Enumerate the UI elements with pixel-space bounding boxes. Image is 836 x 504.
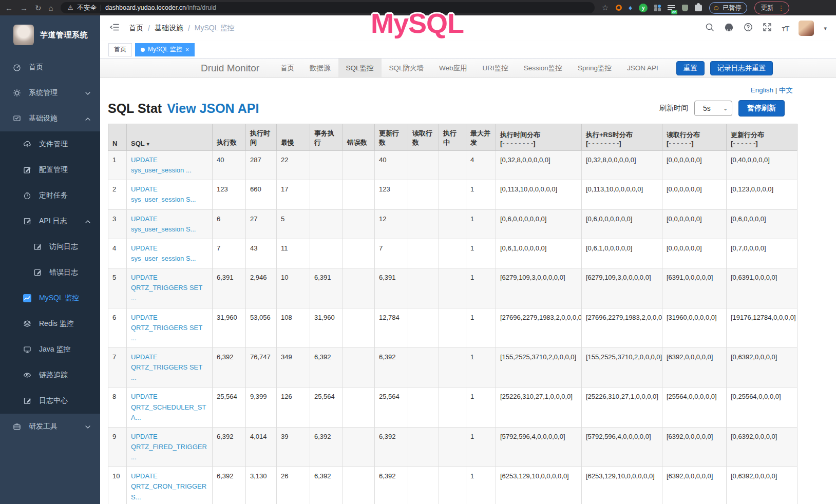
breadcrumb-home[interactable]: 首页: [129, 24, 143, 33]
col-header-running[interactable]: 执行中: [439, 124, 466, 151]
sql-link[interactable]: UPDATE sys_user_session S...: [131, 244, 196, 262]
col-header-exec-time-dist[interactable]: 执行时间分布[- - - - - - - -]: [496, 124, 582, 151]
sql-link[interactable]: UPDATE QRTZ_TRIGGERS SET ...: [131, 353, 202, 381]
close-icon[interactable]: ×: [185, 47, 189, 53]
col-header-error-count[interactable]: 错误数: [343, 124, 375, 151]
extension-gem-icon[interactable]: ♦: [629, 4, 632, 12]
sidebar-item-redis-monitor[interactable]: Redis 监控: [0, 311, 100, 337]
druid-nav-web-app[interactable]: Web应用: [431, 59, 475, 78]
col-header-max-concurrent[interactable]: 最大并发: [466, 124, 496, 151]
refresh-interval-select[interactable]: 5s ⌄: [694, 101, 732, 116]
fullscreen-icon[interactable]: [763, 23, 772, 34]
bookmark-star-icon[interactable]: ☆: [602, 3, 609, 12]
cell-update-rows-dist: [0,40,0,0,0,0]: [727, 151, 797, 180]
col-header-exec-time[interactable]: 执行时间: [246, 124, 277, 151]
refresh-controls: 刷新时间 5s ⌄ 暂停刷新: [659, 100, 785, 117]
extension-squares-icon[interactable]: [654, 5, 661, 11]
sidebar-item-error-logs[interactable]: 错误日志: [0, 260, 100, 285]
sql-link[interactable]: UPDATE QRTZ_TRIGGERS SET ...: [131, 274, 202, 302]
sql-link[interactable]: UPDATE QRTZ_TRIGGERS SET ...: [131, 314, 202, 342]
github-icon[interactable]: [724, 23, 734, 34]
extension-flask-icon[interactable]: [682, 5, 688, 11]
druid-nav-sql-firewall[interactable]: SQL防火墙: [382, 59, 432, 78]
cell-read-rows: [408, 387, 439, 427]
sidebar-item-mysql-monitor[interactable]: MySQL 监控: [0, 285, 100, 311]
view-json-api-link[interactable]: View JSON API: [167, 101, 259, 116]
extension-list-icon[interactable]: on: [668, 5, 675, 11]
cell-max-concurrent: 1: [466, 180, 496, 209]
druid-nav-json-api[interactable]: JSON API: [619, 59, 666, 78]
sidebar-item-file-management[interactable]: 文件管理: [0, 131, 100, 157]
extension-green-icon[interactable]: y: [639, 4, 648, 12]
sidebar-item-dev-tools[interactable]: 研发工具: [0, 414, 100, 439]
col-header-exec-count[interactable]: 执行数: [213, 124, 246, 151]
home-icon[interactable]: ⌂: [49, 4, 53, 12]
chart-tile-icon: [23, 294, 32, 302]
user-avatar[interactable]: [799, 21, 814, 36]
extensions-puzzle-icon[interactable]: [695, 5, 702, 11]
sidebar-item-system[interactable]: 系统管理: [0, 80, 100, 106]
cell-exec-time: 3,130: [246, 467, 277, 504]
sql-link[interactable]: UPDATE sys_user_session S...: [131, 185, 196, 203]
pause-refresh-button[interactable]: 暂停刷新: [738, 100, 785, 117]
sidebar-item-tracing[interactable]: 链路追踪: [0, 362, 100, 388]
col-header-exec-rs-dist[interactable]: 执行+RS时分布[- - - - - - - -]: [582, 124, 662, 151]
sql-link[interactable]: UPDATE QRTZ_FIRED_TRIGGER...: [131, 433, 207, 461]
hamburger-icon[interactable]: [109, 23, 120, 34]
search-icon[interactable]: [705, 23, 714, 34]
lang-english-link[interactable]: English: [751, 86, 773, 94]
col-header-read-rows-dist[interactable]: 读取行分布[- - - - - -]: [662, 124, 727, 151]
sidebar-item-label: 文件管理: [39, 140, 68, 149]
col-header-slowest[interactable]: 最慢: [277, 124, 310, 151]
sidebar-item-access-logs[interactable]: 访问日志: [0, 234, 100, 260]
chevron-down-icon[interactable]: ▾: [824, 25, 827, 32]
cell-exec-time: 76,747: [246, 347, 277, 387]
druid-nav-uri-monitor[interactable]: URI监控: [475, 59, 516, 78]
sidebar-item-java-monitor[interactable]: Java 监控: [0, 337, 100, 362]
tags-view-bar: 首页 MySQL 监控 ×: [100, 41, 836, 59]
druid-nav-sql-monitor[interactable]: SQL监控: [338, 59, 382, 78]
col-header-n[interactable]: N: [108, 124, 127, 151]
monitor-check-icon: [12, 114, 22, 123]
sql-link[interactable]: UPDATE QRTZ_CRON_TRIGGERS...: [131, 472, 206, 500]
kebab-menu-icon[interactable]: ⋮: [778, 5, 785, 11]
breadcrumb-infra[interactable]: 基础设施: [155, 24, 183, 33]
reset-button[interactable]: 重置: [676, 61, 705, 75]
browser-update-button[interactable]: 更新 ⋮: [754, 2, 789, 14]
paused-profile-chip[interactable]: ☺ 已暂停: [709, 2, 747, 14]
tag-mysql-monitor[interactable]: MySQL 监控 ×: [135, 43, 195, 56]
address-bar[interactable]: ⚠ 不安全 dashboard.yudao.iocoder.cn/infra/d…: [61, 2, 595, 13]
log-and-reset-button[interactable]: 记录日志并重置: [710, 61, 773, 75]
col-header-sql[interactable]: SQL▼: [127, 124, 213, 151]
font-size-icon[interactable]: тT: [782, 24, 789, 33]
cell-update-rows-dist: [0,123,0,0,0,0]: [727, 180, 797, 209]
sidebar-item-infra[interactable]: 基础设施: [0, 106, 100, 131]
druid-nav-spring-monitor[interactable]: Spring监控: [570, 59, 619, 78]
sidebar-item-home[interactable]: 首页: [0, 54, 100, 80]
document-edit-icon: [33, 268, 42, 277]
help-icon[interactable]: [744, 23, 753, 34]
sql-link[interactable]: UPDATE sys_user_session S...: [131, 215, 196, 233]
druid-nav-home[interactable]: 首页: [273, 59, 302, 78]
sidebar-item-scheduled-tasks[interactable]: 定时任务: [0, 183, 100, 208]
col-header-update-rows[interactable]: 更新行数: [375, 124, 408, 151]
breadcrumb-separator: /: [188, 24, 190, 32]
not-secure-label: 不安全: [77, 4, 97, 12]
reload-icon[interactable]: ↻: [35, 4, 42, 12]
sidebar-item-config-management[interactable]: 配置管理: [0, 157, 100, 183]
extension-donut-icon[interactable]: [616, 5, 622, 11]
sidebar-item-api-logs[interactable]: API 日志: [0, 208, 100, 234]
forward-icon[interactable]: →: [20, 4, 28, 12]
sidebar-item-log-center[interactable]: 日志中心: [0, 388, 100, 414]
col-header-tx-exec[interactable]: 事务执行: [310, 124, 343, 151]
sql-link[interactable]: UPDATE sys_user_session ...: [131, 156, 192, 174]
col-header-read-rows[interactable]: 读取行数: [408, 124, 439, 151]
tag-home[interactable]: 首页: [108, 43, 132, 56]
druid-nav-session-monitor[interactable]: Session监控: [516, 59, 570, 78]
lang-chinese-link[interactable]: 中文: [779, 86, 793, 94]
cell-n: 5: [108, 268, 127, 308]
col-header-update-rows-dist[interactable]: 更新行分布[- - - - - -]: [727, 124, 797, 151]
druid-nav-datasource[interactable]: 数据源: [302, 59, 338, 78]
back-icon[interactable]: ←: [5, 4, 13, 12]
sql-link[interactable]: UPDATE QRTZ_SCHEDULER_STA...: [131, 393, 206, 421]
